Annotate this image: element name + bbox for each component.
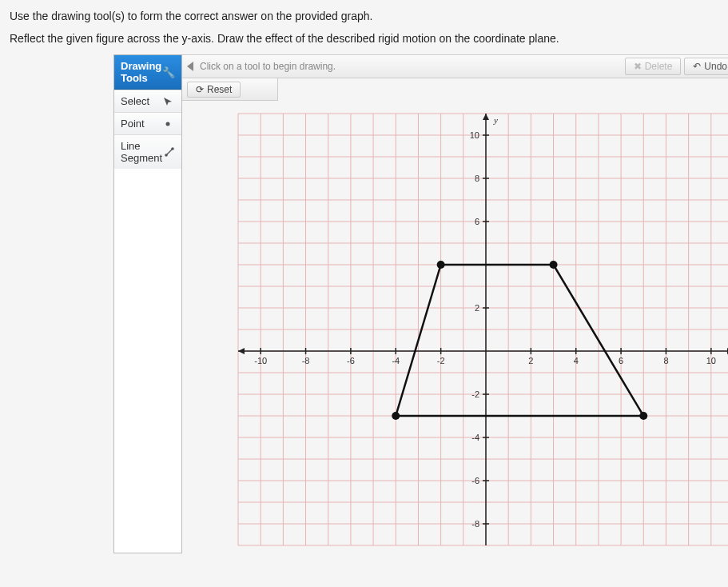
svg-text:8: 8 xyxy=(663,356,668,365)
svg-text:6: 6 xyxy=(475,217,479,226)
reset-icon: ⟳ xyxy=(196,84,204,95)
svg-text:-6: -6 xyxy=(471,476,479,485)
svg-text:-4: -4 xyxy=(392,356,400,365)
cursor-icon xyxy=(162,96,175,107)
instruction-line-1: Use the drawing tool(s) to form the corr… xyxy=(10,10,718,22)
svg-text:-6: -6 xyxy=(347,356,355,365)
segment-icon xyxy=(164,146,175,158)
svg-text:-4: -4 xyxy=(471,433,479,442)
svg-text:-8: -8 xyxy=(302,356,310,365)
svg-text:2: 2 xyxy=(528,356,533,365)
svg-text:8: 8 xyxy=(475,174,479,183)
svg-text:-10: -10 xyxy=(254,356,267,365)
canvas-toolbar: Click on a tool to begin drawing. ✖ Dele… xyxy=(182,54,728,78)
svg-marker-52 xyxy=(483,114,489,120)
collapse-icon[interactable] xyxy=(187,62,193,71)
tool-list: Drawing Tools 🔧 Select Point Line Segmen… xyxy=(113,54,182,553)
tool-select-label: Select xyxy=(121,95,149,107)
svg-text:-2: -2 xyxy=(471,389,479,399)
delete-icon: ✖ xyxy=(634,61,642,72)
svg-point-92 xyxy=(437,261,445,269)
svg-text:10: 10 xyxy=(470,130,479,140)
svg-point-93 xyxy=(550,261,558,269)
svg-text:-8: -8 xyxy=(471,519,479,529)
svg-point-0 xyxy=(166,122,170,126)
svg-point-95 xyxy=(392,412,400,420)
svg-text:10: 10 xyxy=(706,356,716,365)
canvas-area: Click on a tool to begin drawing. ✖ Dele… xyxy=(182,54,728,553)
tool-line-segment[interactable]: Line Segment xyxy=(114,134,181,169)
svg-text:y: y xyxy=(493,115,498,125)
tool-header-title: Drawing Tools xyxy=(121,60,162,84)
delete-label: Delete xyxy=(645,61,673,72)
tool-select[interactable]: Select xyxy=(114,90,181,112)
undo-button[interactable]: ↶ Undo xyxy=(684,58,728,75)
graph[interactable]: -10-8-6-4-2246810-8-6-4-226810yx xyxy=(230,106,728,553)
svg-point-3 xyxy=(171,147,174,150)
undo-icon: ↶ xyxy=(693,61,701,72)
tool-point[interactable]: Point xyxy=(114,112,181,134)
reset-label: Reset xyxy=(207,84,232,95)
tool-point-label: Point xyxy=(121,118,145,130)
svg-point-94 xyxy=(639,412,647,420)
svg-marker-51 xyxy=(238,348,245,354)
tool-segment-label: Line Segment xyxy=(121,140,164,164)
svg-text:6: 6 xyxy=(619,356,623,365)
delete-button[interactable]: ✖ Delete xyxy=(625,58,682,75)
point-icon xyxy=(162,118,175,130)
undo-label: Undo xyxy=(704,61,727,72)
svg-text:4: 4 xyxy=(574,356,579,365)
workspace: Drawing Tools 🔧 Select Point Line Segmen… xyxy=(113,54,718,553)
instruction-line-2: Reflect the given figure across the y-ax… xyxy=(10,32,718,45)
tool-header: Drawing Tools 🔧 xyxy=(114,55,181,90)
coordinate-plane[interactable]: -10-8-6-4-2246810-8-6-4-226810yx xyxy=(230,106,728,553)
tool-panel: Drawing Tools 🔧 Select Point Line Segmen… xyxy=(113,54,718,553)
svg-point-2 xyxy=(165,154,168,157)
hint-text: Click on a tool to begin drawing. xyxy=(200,61,622,72)
reset-row: ⟳ Reset xyxy=(182,78,278,101)
svg-text:-2: -2 xyxy=(437,356,445,365)
wrench-icon: 🔧 xyxy=(162,66,175,78)
reset-button[interactable]: ⟳ Reset xyxy=(187,82,241,98)
svg-text:2: 2 xyxy=(475,303,479,313)
svg-marker-91 xyxy=(396,265,643,416)
